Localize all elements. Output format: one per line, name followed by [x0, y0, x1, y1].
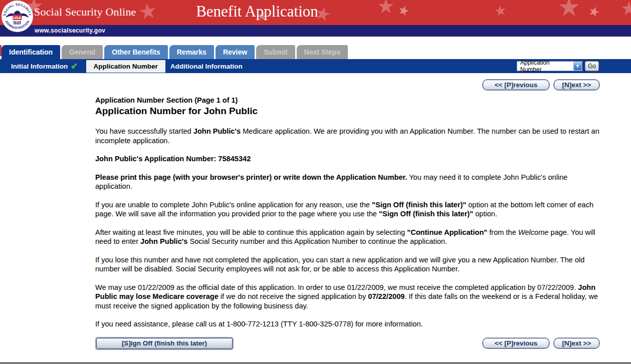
- next-button[interactable]: [N]ext >>: [554, 338, 599, 348]
- tab-other-benefits[interactable]: Other Benefits: [104, 45, 167, 59]
- tab-general[interactable]: General: [62, 45, 103, 59]
- paragraph-sign-off: If you are unable to complete John Publi…: [95, 200, 599, 219]
- section-title: Application Number Section (Page 1 of 1): [95, 96, 599, 104]
- previous-button[interactable]: << [P]revious: [483, 338, 549, 348]
- svg-text:USA: USA: [13, 16, 22, 20]
- tab-submit[interactable]: Submit: [256, 45, 295, 59]
- star-icon: ★: [620, 0, 631, 18]
- application-number-line: John Public's Application Number: 758453…: [95, 154, 599, 164]
- checkmark-icon: ✔: [71, 61, 78, 72]
- sub-nav-bar: Initial Information ✔ Application Number…: [0, 59, 631, 73]
- paragraph-dates: We may use 01/22/2009 as the official da…: [95, 283, 599, 311]
- page-heading: Application Number for John Public: [95, 106, 599, 117]
- header-red-band: ★ ★ ★ ★ ★ ★ ★ ★ ★ ★ Social Security Onli…: [0, 0, 631, 25]
- site-url: www.socialsecurity.gov: [0, 25, 631, 37]
- star-icon: ★: [493, 3, 508, 19]
- paragraph-intro: You have successfully started John Publi…: [95, 127, 599, 145]
- brand-title: Social Security Online: [34, 6, 136, 19]
- main-content: << [P]revious [N]ext >> Application Numb…: [0, 73, 631, 349]
- section-jump: Application Number ▼ Go: [517, 61, 599, 71]
- paragraph-assistance: If you need assistance, please call us a…: [95, 319, 599, 329]
- main-tab-bar: Identification General Other Benefits Re…: [0, 45, 631, 59]
- page-header: ★ ★ ★ ★ ★ ★ ★ ★ ★ ★ Social Security Onli…: [0, 0, 631, 37]
- chevron-down-icon[interactable]: ▼: [573, 62, 582, 71]
- star-icon: ★: [586, 4, 602, 20]
- bottom-nav-buttons: << [P]revious [N]ext >>: [233, 338, 599, 348]
- go-button[interactable]: Go: [585, 61, 599, 71]
- subnav-initial-information[interactable]: Initial Information: [11, 63, 68, 70]
- paragraph-print: Please print this page (with your browse…: [95, 173, 599, 191]
- jump-select-value: Application Number: [517, 59, 573, 73]
- paragraph-continue: After waiting at least five minutes, you…: [95, 228, 599, 246]
- footer-divider: [0, 362, 631, 363]
- tab-next-steps[interactable]: Next Steps: [297, 45, 348, 59]
- sign-off-button[interactable]: [S]ign Off (finish this later): [96, 338, 233, 349]
- subnav-additional-information[interactable]: Additional Information: [170, 63, 243, 70]
- star-icon: ★: [137, 0, 158, 23]
- next-button[interactable]: [N]ext >>: [554, 80, 599, 90]
- previous-button[interactable]: << [P]revious: [483, 80, 549, 90]
- tab-remarks[interactable]: Remarks: [169, 45, 214, 59]
- star-icon: ★: [557, 0, 581, 20]
- subnav-application-number[interactable]: Application Number: [86, 60, 165, 73]
- star-icon: ★: [396, 3, 411, 19]
- tab-identification[interactable]: Identification: [2, 45, 60, 59]
- jump-select[interactable]: Application Number ▼: [517, 61, 582, 71]
- red-sliver: [0, 45, 2, 56]
- tab-review[interactable]: Review: [216, 45, 255, 59]
- paragraph-lost-number: If you lose this number and have not com…: [95, 255, 599, 274]
- top-nav-buttons: << [P]revious [N]ext >>: [95, 80, 599, 90]
- bottom-action-row: [S]ign Off (finish this later) << [P]rev…: [95, 338, 599, 349]
- page-title-banner: Benefit Application: [192, 3, 322, 21]
- ssa-logo-icon: SOCIAL SECURITY ADMINISTRATION USA: [2, 1, 33, 32]
- star-icon: ★: [377, 0, 395, 16]
